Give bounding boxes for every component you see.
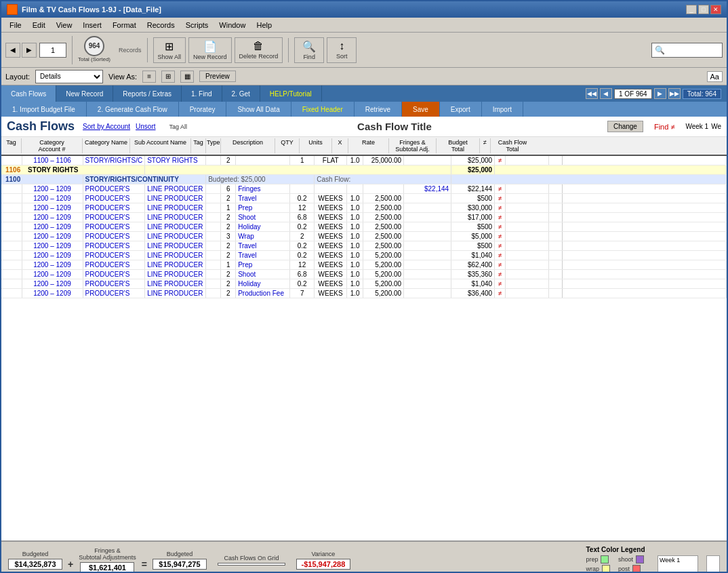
func-export[interactable]: Export xyxy=(440,102,482,117)
cell-sub-acct[interactable]: LINE PRODUCER xyxy=(145,270,206,279)
menu-file[interactable]: File xyxy=(4,20,27,31)
cell-category[interactable]: PRODUCER'S xyxy=(83,260,145,270)
cell-desc[interactable]: Shoot xyxy=(236,213,290,222)
tab-reports-extras[interactable]: Reports / Extras xyxy=(113,85,182,102)
cell-sub-acct[interactable]: LINE PRODUCER xyxy=(145,213,206,222)
preview-button[interactable]: Preview xyxy=(199,71,236,82)
record-number-input[interactable] xyxy=(39,43,66,58)
cell-accounts[interactable]: 1200 – 1209 xyxy=(22,222,83,232)
search-input[interactable] xyxy=(665,46,719,54)
func-show-all-data[interactable]: Show All Data xyxy=(226,102,291,117)
view-table-button[interactable]: ⊞ xyxy=(161,71,175,83)
cell-accounts[interactable]: 1200 – 1209 xyxy=(22,260,83,270)
nav-last-button[interactable]: ▶▶ xyxy=(668,88,681,99)
cell-accounts[interactable]: 1200 – 1209 xyxy=(22,213,83,222)
cell-sub-acct[interactable]: LINE PRODUCER xyxy=(145,222,206,232)
nav-next-button[interactable]: ▶ xyxy=(22,43,37,58)
view-list-button[interactable]: ≡ xyxy=(142,71,156,83)
cell-category[interactable]: PRODUCER'S xyxy=(83,222,145,232)
menu-help[interactable]: Help xyxy=(251,20,277,31)
cell-accounts[interactable]: 1200 – 1209 xyxy=(22,241,83,251)
cell-category[interactable]: PRODUCER'S xyxy=(83,270,145,279)
cell-desc[interactable]: Prep xyxy=(236,203,290,213)
cell-sub-acct[interactable]: LINE PRODUCER xyxy=(145,232,206,241)
menu-insert[interactable]: Insert xyxy=(77,20,107,31)
menu-records[interactable]: Records xyxy=(142,20,180,31)
cell-sub-acct[interactable]: LINE PRODUCER xyxy=(145,279,206,289)
sort-button[interactable]: ↕ Sort xyxy=(327,37,357,63)
cell-accounts[interactable]: 1100 – 1106 xyxy=(22,156,83,165)
cell-sub-account[interactable]: STORY RIGHTS xyxy=(145,156,206,165)
view-grid-button[interactable]: ▦ xyxy=(180,71,194,83)
func-retrieve[interactable]: Retrieve xyxy=(355,102,402,117)
menu-view[interactable]: View xyxy=(51,20,78,31)
menu-edit[interactable]: Edit xyxy=(27,20,51,31)
menu-window[interactable]: Window xyxy=(214,20,251,31)
cell-category[interactable]: STORY/RIGHTS/C xyxy=(83,156,145,165)
cell-desc[interactable]: Prep xyxy=(236,260,290,270)
cell-category[interactable]: PRODUCER'S xyxy=(83,289,145,298)
cell-category[interactable]: PRODUCER'S xyxy=(83,232,145,241)
cell-sub-acct[interactable]: LINE PRODUCER xyxy=(145,203,206,213)
find-button[interactable]: 🔍 Find xyxy=(294,37,324,63)
cell-desc[interactable]: Travel xyxy=(236,194,290,203)
tab-help-tutorial[interactable]: HELP/Tutorial xyxy=(260,85,322,102)
cell-accounts[interactable]: 1200 – 1209 xyxy=(22,194,83,203)
nav-first-button[interactable]: ◀◀ xyxy=(586,88,598,99)
tab-2-get[interactable]: 2. Get xyxy=(222,85,260,102)
cell-accounts[interactable]: 1200 – 1209 xyxy=(22,279,83,289)
func-prorate[interactable]: Proratey xyxy=(179,102,227,117)
cell-accounts[interactable]: 1200 – 1209 xyxy=(22,289,83,298)
cell-desc[interactable]: Wrap xyxy=(236,232,290,241)
cell-accounts[interactable]: 1200 – 1209 xyxy=(22,203,83,213)
cell-sub-acct[interactable]: LINE PRODUCER xyxy=(145,241,206,251)
sort-by-account-link[interactable]: Sort by Account xyxy=(83,123,130,130)
nav-prev-button[interactable]: ◀ xyxy=(5,43,20,58)
cell-accounts[interactable]: 1200 – 1209 xyxy=(22,184,83,194)
cell-category[interactable]: PRODUCER'S xyxy=(83,184,145,194)
cell-accounts[interactable]: 1200 – 1209 xyxy=(22,251,83,260)
change-button[interactable]: Change xyxy=(607,121,643,132)
cell-desc[interactable]: Fringes xyxy=(236,184,290,194)
func-generate-cash-flow[interactable]: 2. Generate Cash Flow xyxy=(87,102,179,117)
cell-desc[interactable]: Holiday xyxy=(236,279,290,289)
new-record-button[interactable]: 📄 New Record xyxy=(188,37,232,63)
unsort-link[interactable]: Unsort xyxy=(136,123,155,130)
cell-desc[interactable]: Shoot xyxy=(236,270,290,279)
cell-desc[interactable]: Production Fee xyxy=(236,289,290,298)
cell-category[interactable]: PRODUCER'S xyxy=(83,279,145,289)
cell-desc[interactable]: Travel xyxy=(236,251,290,260)
cell-desc[interactable]: Holiday xyxy=(236,222,290,232)
cell-sub-acct[interactable]: LINE PRODUCER xyxy=(145,260,206,270)
cell-category[interactable]: PRODUCER'S xyxy=(83,194,145,203)
cell-sub-acct[interactable]: LINE PRODUCER xyxy=(145,194,206,203)
cell-sub-acct[interactable]: LINE PRODUCER xyxy=(145,251,206,260)
cell-desc[interactable]: Travel xyxy=(236,241,290,251)
show-all-button[interactable]: ⊞ Show All xyxy=(153,37,186,63)
nav-prev-rec-button[interactable]: ◀ xyxy=(600,88,612,99)
find-ne-label[interactable]: Find ≠ xyxy=(654,123,675,131)
cell-sub-acct[interactable]: LINE PRODUCER xyxy=(145,184,206,194)
nav-next-rec-button[interactable]: ▶ xyxy=(654,88,666,99)
menu-format[interactable]: Format xyxy=(107,20,142,31)
close-button[interactable]: ✕ xyxy=(710,5,721,14)
tab-cash-flows[interactable]: Cash Flows xyxy=(1,85,56,102)
cell-accounts[interactable]: 1200 – 1209 xyxy=(22,232,83,241)
menu-scripts[interactable]: Scripts xyxy=(180,20,214,31)
cell-category[interactable]: PRODUCER'S xyxy=(83,251,145,260)
cell-category[interactable]: PRODUCER'S xyxy=(83,203,145,213)
func-import[interactable]: Import xyxy=(482,102,523,117)
cell-category[interactable]: PRODUCER'S xyxy=(83,213,145,222)
func-import-budget[interactable]: 1. Import Budget File xyxy=(1,102,87,117)
tab-new-record[interactable]: New Record xyxy=(56,85,113,102)
func-save[interactable]: Save xyxy=(402,102,440,117)
cell-category[interactable]: PRODUCER'S xyxy=(83,241,145,251)
func-fixed-header[interactable]: Fixed Header xyxy=(291,102,355,117)
maximize-button[interactable]: □ xyxy=(698,5,709,14)
delete-record-button[interactable]: 🗑 Delete Record xyxy=(235,37,283,63)
cell-accounts[interactable]: 1200 – 1209 xyxy=(22,270,83,279)
cell-sub-acct[interactable]: LINE PRODUCER xyxy=(145,289,206,298)
tab-1-find[interactable]: 1. Find xyxy=(182,85,222,102)
minimize-button[interactable]: _ xyxy=(686,5,697,14)
layout-select[interactable]: Details xyxy=(35,70,103,83)
